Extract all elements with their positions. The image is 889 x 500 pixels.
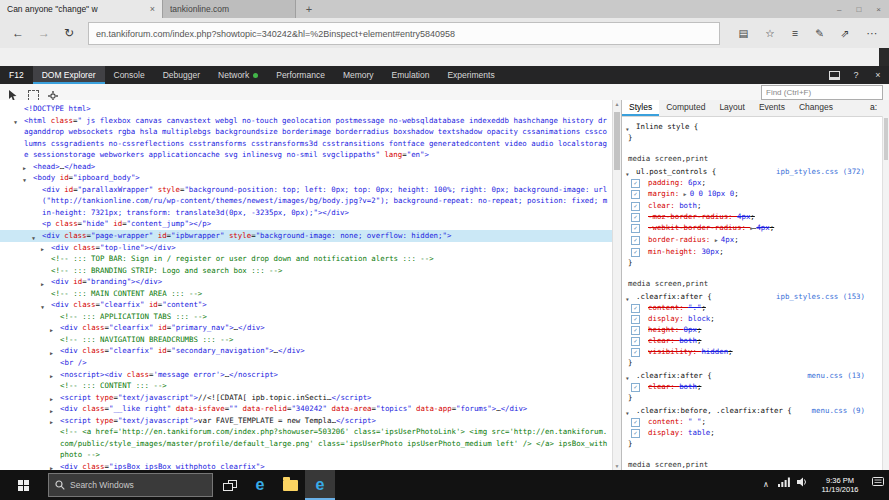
devtools-tab-experiments[interactable]: Experiments <box>438 66 503 84</box>
styles-tab-computed[interactable]: Computed <box>659 100 712 116</box>
property-checkbox[interactable]: ✓ <box>631 248 640 257</box>
dom-tree-row[interactable]: <!-- ::: BRANDING STRIP: Logo and search… <box>0 265 612 277</box>
refresh-icon[interactable]: ↻ <box>64 26 74 40</box>
style-property[interactable]: ✓content: " "; <box>622 416 889 427</box>
collapse-icon[interactable]: ▼ <box>626 124 629 132</box>
collapse-icon[interactable]: ▼ <box>626 294 629 302</box>
scroll-up-icon[interactable]: ▲ <box>613 101 621 107</box>
volume-icon[interactable] <box>793 470 811 500</box>
styles-panel-scrollbar[interactable] <box>882 116 889 470</box>
dom-tree-row[interactable]: ▶<div class="top-line"></div> <box>0 242 612 254</box>
dom-tree-row[interactable]: ▶<div class="ipsBox ipsBox_withphoto cle… <box>0 461 612 470</box>
devtools-tab-dom-explorer[interactable]: DOM Explorer <box>33 66 105 84</box>
start-button[interactable] <box>0 470 46 500</box>
browser-tab[interactable]: tankionline.com <box>163 0 296 18</box>
action-center-icon[interactable] <box>869 470 887 500</box>
network-icon[interactable] <box>775 470 793 500</box>
style-rule-header[interactable]: ▼menu.css (13).clearfix:after { <box>622 370 889 381</box>
property-checkbox[interactable]: ✓ <box>631 337 640 346</box>
dom-tree-row[interactable]: ▼<html class=" js flexbox canvas canvast… <box>0 115 612 161</box>
devtools-tab-debugger[interactable]: Debugger <box>154 66 209 84</box>
style-rule-header[interactable]: ▼ipb_styles.css (153).clearfix:after { <box>622 291 889 302</box>
property-checkbox[interactable]: ✓ <box>631 383 640 392</box>
property-checkbox[interactable]: ✓ <box>631 190 640 199</box>
style-property[interactable]: ✓clear: both; <box>622 335 889 346</box>
style-rule-header[interactable]: ▼Inline style { <box>622 121 889 132</box>
style-property[interactable]: ✓clear: both; <box>622 381 889 392</box>
property-checkbox[interactable]: ✓ <box>631 213 640 222</box>
dom-tree-row[interactable]: <!-- <a href='http://en.tankiforum.com/i… <box>0 426 612 461</box>
property-checkbox[interactable]: ✓ <box>631 348 640 357</box>
style-property[interactable]: ✓height: 0px; <box>622 324 889 335</box>
dom-tree-row[interactable]: ▶<head>…</head> <box>0 161 612 173</box>
property-checkbox[interactable]: ✓ <box>631 236 640 245</box>
browser-tab[interactable]: Can anyone "change" w× <box>0 0 163 18</box>
property-checkbox[interactable]: ✓ <box>631 429 640 438</box>
styles-tab-styles[interactable]: Styles <box>622 100 659 116</box>
stylesheet-link[interactable]: menu.css (13) <box>801 370 865 381</box>
tab-close-icon[interactable]: × <box>150 4 155 14</box>
dom-tree-row[interactable]: ▶<div class="__like right" data-isfave="… <box>0 403 612 415</box>
dom-tree-row[interactable]: ▶<noscript><div class='message error'>…<… <box>0 369 612 381</box>
taskbar-clock[interactable]: 9:36 PM 11/19/2016 <box>811 476 869 495</box>
property-checkbox[interactable]: ✓ <box>631 224 640 233</box>
new-tab-button[interactable]: + <box>296 0 322 18</box>
forward-icon[interactable]: → <box>38 26 50 40</box>
collapse-icon[interactable]: ▼ <box>626 373 629 381</box>
style-property[interactable]: ✓border-radius: ▶ 4px; <box>622 234 889 246</box>
share-icon[interactable]: ⇗ <box>841 27 850 39</box>
property-checkbox[interactable]: ✓ <box>631 304 640 313</box>
style-property[interactable]: ✓clear: both; <box>622 200 889 211</box>
collapse-icon[interactable]: ▼ <box>14 117 17 129</box>
scrollbar-thumb[interactable] <box>614 112 620 170</box>
task-view-button[interactable] <box>215 470 245 500</box>
style-property[interactable]: ✓-webkit-border-radius: ▶ 4px; <box>622 222 889 234</box>
dom-tree-row[interactable]: <!-- ::: CONTENT ::: --> <box>0 380 612 392</box>
favorites-star-icon[interactable]: ☆ <box>765 27 774 39</box>
style-property[interactable]: ✓content: "."; <box>622 302 889 313</box>
style-rule-header[interactable]: ▼ipb_styles.css (372)ul.post_controls { <box>622 166 889 177</box>
style-property[interactable]: ✓display: block; <box>622 313 889 324</box>
style-rule-header[interactable]: ▼menu.css (9).clearfix:before, .clearfix… <box>622 405 889 416</box>
hub-icon[interactable]: ≡ <box>792 27 798 39</box>
web-note-icon[interactable]: ✎ <box>815 27 824 39</box>
minimize-button[interactable]: – <box>837 5 841 14</box>
page-scrollbar-fragment[interactable] <box>879 48 889 66</box>
dom-tree-row[interactable]: ▼<div class="clearfix" id="content"> <box>0 299 612 311</box>
property-checkbox[interactable]: ✓ <box>631 326 640 335</box>
unpin-window-icon[interactable] <box>823 66 845 84</box>
style-property[interactable]: ✓visibility: hidden; <box>622 346 889 357</box>
devtools-tab-console[interactable]: Console <box>105 66 154 84</box>
dom-tree-row[interactable]: <!-- ::: NAVIGATION BREADCRUMBS ::: --> <box>0 334 612 346</box>
dom-tree-row[interactable]: <!-- ::: TOP BAR: Sign in / register or … <box>0 253 612 265</box>
devtools-close-icon[interactable]: × <box>867 66 889 84</box>
maximize-button[interactable]: □ <box>856 5 861 14</box>
stylesheet-link[interactable]: menu.css (9) <box>806 405 865 416</box>
dom-tree-scrollbar[interactable]: ▲ ▼ <box>612 100 621 470</box>
dom-tree-row[interactable]: <br /> <box>0 357 612 369</box>
dom-tree-row[interactable]: ▼<body id="ipboard_body"> <box>0 172 612 184</box>
style-property[interactable]: ✓-moz-border-radius: 4px; <box>622 211 889 222</box>
address-bar-input[interactable] <box>88 22 720 45</box>
stylesheet-link[interactable]: ipb_styles.css (153) <box>770 291 865 302</box>
back-icon[interactable]: ← <box>12 26 24 40</box>
devtools-tab-emulation[interactable]: Emulation <box>383 66 439 84</box>
styles-tab-layout[interactable]: Layout <box>712 100 752 116</box>
property-checkbox[interactable]: ✓ <box>631 418 640 427</box>
property-checkbox[interactable]: ✓ <box>631 315 640 324</box>
dom-tree-row[interactable]: <p class="hide" id="content_jump"></p> <box>0 218 612 230</box>
dom-tree-row[interactable]: <div id="parallaxWrapper" style="backgro… <box>0 184 612 219</box>
scroll-down-icon[interactable]: ▼ <box>613 463 621 469</box>
dom-tree-row[interactable]: ▶<script type="text/javascript">//<![CDA… <box>0 392 612 404</box>
style-property[interactable]: ✓padding: 6px; <box>622 177 889 188</box>
dom-tree-row[interactable]: ▶<div class="clearfix" id="secondary_nav… <box>0 345 612 357</box>
scrollbar-thumb[interactable] <box>884 118 888 160</box>
dom-tree-row[interactable]: ▶<div class="clearfix" id="primary_nav">… <box>0 322 612 334</box>
collapse-icon[interactable]: ▼ <box>626 169 629 177</box>
devtools-tab-performance[interactable]: Performance <box>267 66 334 84</box>
dom-tree-row[interactable]: <!-- ::: MAIN CONTENT AREA ::: --> <box>0 288 612 300</box>
style-property[interactable]: ✓margin: ▶ 0 0 10px 0; <box>622 188 889 200</box>
find-input[interactable] <box>761 85 883 100</box>
taskbar-explorer-button[interactable] <box>275 470 305 500</box>
more-options-icon[interactable]: ⋯ <box>867 27 878 39</box>
